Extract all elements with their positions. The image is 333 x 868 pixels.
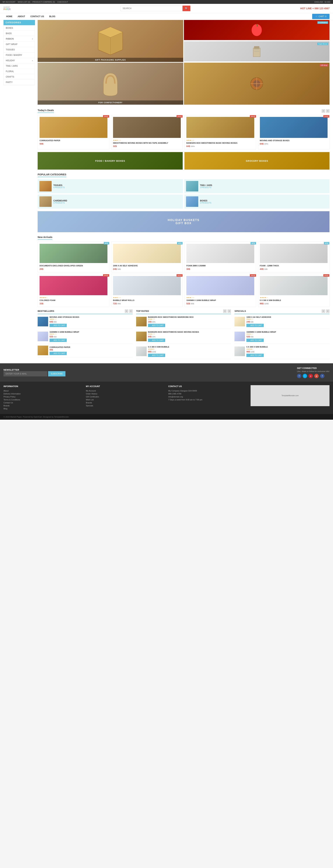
sidebar-item-boxes[interactable]: BOXES <box>4 25 35 31</box>
newsletter-email-input[interactable] <box>3 371 47 376</box>
sidebar-item-crafts[interactable]: CRAFTS <box>4 74 35 80</box>
pop-cat-cardboard[interactable]: CARDBOARD 5 PRODUCTS <box>38 195 183 209</box>
sidebar-item-giftwrap[interactable]: GIFT WRAP <box>4 42 35 47</box>
confect-banner[interactable]: FOR CONFECTIONERY <box>38 63 183 105</box>
arrival-5-image <box>39 276 108 295</box>
specials-next[interactable]: › <box>326 309 330 313</box>
arrival-7-stars: ★★★☆☆ <box>186 297 254 299</box>
nav-blog[interactable]: BLOG <box>47 13 58 20</box>
product-compare-link[interactable]: PRODUCT COMPARE (0) <box>33 1 55 3</box>
cart-button[interactable]: 🛒 CART: 0 <box>312 14 330 19</box>
toprated-2-name: BANKERS BOX SMOOTHMOVE BASIC MOVING BOXE… <box>148 331 231 333</box>
arrival-1-price: 20$ <box>39 268 43 270</box>
wish-list-link[interactable]: WISH LIST (0) <box>18 1 30 3</box>
footer-giftcert-link[interactable]: Gift Certificates <box>86 396 165 398</box>
pop-cat-boxes[interactable]: BOXES 6 PRODUCTS <box>184 195 330 209</box>
holiday-banner[interactable]: HOLIDAY BUSKETSGIFT BOX <box>38 211 330 232</box>
sale-badge-a6: SALE <box>177 274 183 277</box>
bestseller-1-image <box>38 317 48 327</box>
footer-brands-link[interactable]: Brands <box>3 405 83 407</box>
bestsellers-next[interactable]: › <box>129 309 133 313</box>
special-3-image <box>235 346 245 356</box>
footer-brands2-link[interactable]: Brands <box>86 402 165 404</box>
sidebar-item-tissues[interactable]: TISSUES <box>4 47 35 53</box>
toprated-1-image <box>136 317 147 327</box>
arrival-1-image <box>39 244 108 263</box>
paper-banner[interactable]: Paper Boxes <box>184 41 330 62</box>
special-2: 1500MM X 100M BUBBLE WRAP ★★★☆☆ 52$65$ 🛒… <box>235 331 330 344</box>
pinterest-icon[interactable]: p <box>308 374 313 378</box>
food-banner[interactable]: Food/Bakery <box>184 20 330 40</box>
toprated-2-stars: ★★★☆☆ <box>148 333 231 335</box>
currency-selector[interactable]: $ USD <box>325 1 330 3</box>
promo-grocery[interactable]: GROCERY BOXES <box>184 152 330 169</box>
footer-about-link[interactable]: About <box>3 390 83 392</box>
popular-cats-title: POPULAR CATEGORIES <box>38 173 66 177</box>
pop-cat-tissues[interactable]: TISSUES 4 PRODUCTS <box>38 179 183 193</box>
sidebar-item-holiday[interactable]: HOLIDAY› <box>4 58 35 63</box>
nav-contact[interactable]: CONTACT US <box>28 13 47 20</box>
special-2-add-to-cart[interactable]: 🛒 ADD TO CART <box>246 339 264 342</box>
bestsellers-prev[interactable]: ‹ <box>125 309 128 313</box>
toprated-3-add-to-cart[interactable]: 🛒 ADD TO CART <box>148 354 165 357</box>
toprated-2-add-to-cart[interactable]: 🛒 ADD TO CART <box>148 339 165 342</box>
sidebar-item-food[interactable]: FOOD / BAKERY <box>4 53 35 58</box>
footer-contact-link[interactable]: Contact Us <box>3 402 83 404</box>
bestseller-3-add-to-cart[interactable]: 🛒 ADD TO CART <box>50 352 67 355</box>
sidebar-item-party[interactable]: PARTY <box>4 80 35 85</box>
footer-orderhistory-link[interactable]: Order History <box>86 393 165 395</box>
special-1-image <box>235 317 245 327</box>
deals-next[interactable]: › <box>326 109 330 113</box>
toprated-prev[interactable]: ‹ <box>223 309 226 313</box>
pop-cat-tins[interactable]: TINS / JARS 3 PRODUCTS <box>184 179 330 193</box>
logo-market-text: MARKET <box>3 6 10 8</box>
checkout-link[interactable]: CHECKOUT <box>57 1 68 3</box>
bestseller-3-image <box>38 346 48 355</box>
language-selector[interactable]: ENGLISH <box>314 1 323 3</box>
facebook-icon[interactable]: f <box>297 374 301 378</box>
special-3-add-to-cart[interactable]: 🛒 ADD TO CART <box>246 354 264 357</box>
google-icon[interactable]: g <box>314 374 319 378</box>
promo-food-bakery[interactable]: FOOD / BAKERY BOXES <box>38 152 183 169</box>
cardboard-cat-name: CARDBOARD <box>53 199 67 202</box>
toprated-3-old: 120$ <box>152 351 156 353</box>
specials-prev[interactable]: ‹ <box>322 309 325 313</box>
bestseller-1-add-to-cart[interactable]: 🛒 ADD TO CART <box>50 324 67 327</box>
footer-blog-link[interactable]: Blog <box>3 408 83 410</box>
search-box: 🔍 <box>120 6 190 11</box>
footer-privacy-link[interactable]: Privacy Policy <box>3 396 83 398</box>
toprated-next[interactable]: › <box>228 309 231 313</box>
special-1-add-to-cart[interactable]: 🛒 ADD TO CART <box>246 324 264 327</box>
twitter-icon[interactable]: t <box>303 374 307 378</box>
footer-terms-link[interactable]: Terms & Conditions <box>3 399 83 401</box>
deal-2-stars: ★★★☆☆ <box>113 139 181 141</box>
search-button[interactable]: 🔍 <box>183 6 190 11</box>
toprated-3-name: 5 X 300 X 50M BUBBLE <box>148 346 231 348</box>
facebook-icon-2[interactable]: f <box>320 374 325 378</box>
newsletter-title: NEWSLETTER <box>3 369 65 371</box>
bestseller-2-add-to-cart[interactable]: 🛒 ADD TO CART <box>50 339 67 342</box>
subscribe-button[interactable]: SUBSCRIBE <box>48 371 65 376</box>
deals-prev[interactable]: ‹ <box>322 109 325 113</box>
sidebar-item-ribbon[interactable]: RIBBON› <box>4 36 35 42</box>
deal-2-name: SMOOTHMOVE MOVING BOXES WITH NO-TAPE ASS… <box>113 142 181 144</box>
sidebar-item-floral[interactable]: FLORAL <box>4 69 35 74</box>
bestseller-2-info: 1500MM X 100M BUBBLE WRAP ★★★☆☆ 52$65$ 🛒… <box>50 331 133 342</box>
footer-wishlist-link[interactable]: Wish List <box>86 399 165 401</box>
footer-account-link[interactable]: My Account <box>86 390 165 392</box>
search-input[interactable] <box>120 6 183 11</box>
my-account-link[interactable]: MY ACCOUNT <box>3 1 16 3</box>
toprated-1-add-to-cart[interactable]: 🛒 ADD TO CART <box>148 324 165 327</box>
sidebar-item-bags[interactable]: BAGS <box>4 31 35 36</box>
sidebar-item-tins[interactable]: TINS / JARS <box>4 63 35 69</box>
logo[interactable]: MARKET PAPER <box>3 6 10 10</box>
footer-delivery-link[interactable]: Delivery Information <box>3 393 83 395</box>
arrival-6-old: 80$ <box>117 303 121 305</box>
giftwrap-banner[interactable]: Gift Wrap <box>184 63 330 105</box>
nav-about[interactable]: ABOUT <box>15 13 28 20</box>
nav-home[interactable]: HOME <box>3 13 15 20</box>
footer-main: INFORMATION About Delivery Information P… <box>0 382 333 414</box>
footer-specials-link[interactable]: Specials <box>86 405 165 407</box>
main-banner[interactable]: GIFT PACKAGING SUPPLIES <box>38 20 183 62</box>
deal-4-price: 64$ <box>260 143 264 145</box>
